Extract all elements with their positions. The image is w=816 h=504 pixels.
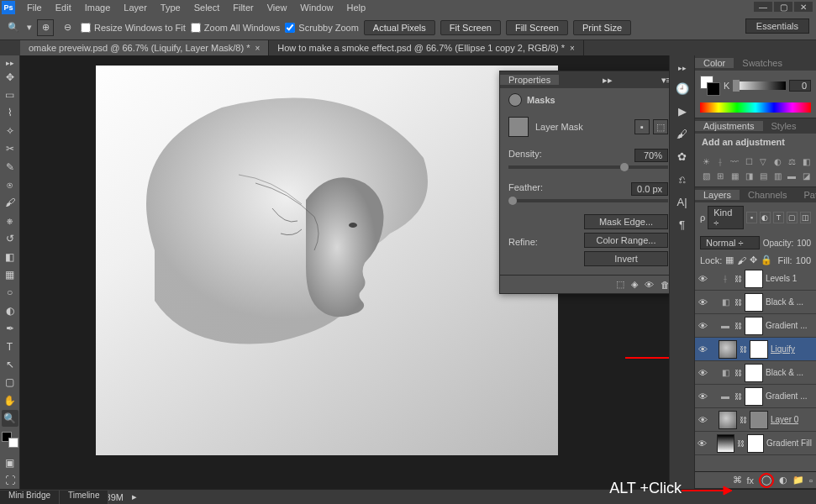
healing-tool[interactable]: ⍟ (2, 176, 18, 192)
layer-thumbnail[interactable] (719, 411, 737, 429)
feather-slider[interactable] (508, 199, 668, 202)
paths-tab[interactable]: Paths (796, 190, 816, 200)
adj-gradmap-icon[interactable]: ▬ (786, 170, 798, 181)
layer-name[interactable]: Liquify (771, 344, 795, 354)
mask-thumbnail[interactable] (750, 411, 768, 429)
adj-photo-icon[interactable]: ▧ (700, 170, 712, 181)
mask-thumbnail[interactable] (745, 387, 763, 406)
stamp-tool[interactable]: ⎈ (2, 213, 18, 228)
feather-value[interactable]: 0.0 px (631, 182, 668, 196)
tab-close-icon[interactable]: × (570, 44, 575, 53)
fill-value[interactable]: 100 (796, 255, 811, 265)
layer-row[interactable]: 👁◧⛓Black & ... (695, 291, 816, 314)
wand-tool[interactable]: ✧ (2, 123, 18, 139)
close-button[interactable]: ✕ (794, 2, 813, 12)
adj-invert-icon[interactable]: ◨ (743, 170, 755, 181)
lock-trans-icon[interactable]: ▦ (725, 255, 734, 265)
lock-all-icon[interactable]: 🔒 (761, 255, 772, 265)
path-tool[interactable]: ↖ (2, 356, 18, 372)
marquee-tool[interactable]: ▭ (2, 87, 18, 102)
brush-presets-icon[interactable]: ✿ (677, 150, 687, 163)
type-tool[interactable]: T (2, 339, 18, 354)
vector-mask-button[interactable]: ⬚ (653, 119, 668, 134)
density-value[interactable]: 70% (634, 149, 668, 162)
layer-thumbnail[interactable] (719, 340, 737, 359)
color-swatch-pair[interactable] (700, 76, 720, 96)
layer-name[interactable]: Black & ... (766, 368, 803, 377)
adj-levels-icon[interactable]: ⟊ (714, 155, 726, 167)
filter-shape-icon[interactable]: ▢ (787, 212, 798, 223)
document-tab[interactable]: How to make a smoke effect.psd @ 66.7% (… (269, 40, 584, 55)
adj-bw-icon[interactable]: ◧ (800, 155, 812, 167)
new-group-icon[interactable]: 📁 (792, 475, 804, 486)
visibility-toggle[interactable]: 👁 (697, 344, 708, 354)
toolbar-arrow-icon[interactable]: ▸▸ (6, 59, 14, 67)
filter-type-icon[interactable]: T (773, 212, 784, 223)
properties-tab[interactable]: Properties (500, 75, 559, 85)
lock-pos-icon[interactable]: ✥ (750, 255, 757, 265)
eyedropper-tool[interactable]: ✎ (2, 159, 18, 175)
adj-brightness-icon[interactable]: ☀ (700, 155, 712, 167)
mask-thumbnail[interactable] (745, 317, 763, 335)
link-icon[interactable]: ⛓ (734, 298, 742, 307)
disable-mask-icon[interactable]: 👁 (645, 280, 654, 290)
layer-name[interactable]: Black & ... (766, 297, 803, 307)
filter-adj-icon[interactable]: ◐ (760, 212, 771, 223)
link-icon[interactable]: ⛓ (734, 369, 742, 377)
link-icon[interactable]: ⛓ (734, 322, 742, 330)
menu-layer[interactable]: Layer (117, 3, 154, 13)
panel-menu-icon[interactable]: ▾≡ (656, 75, 669, 86)
maximize-button[interactable]: ▢ (774, 2, 792, 12)
timeline-tab[interactable]: Timeline (60, 491, 108, 504)
adj-poster-icon[interactable]: ▤ (757, 170, 769, 181)
menu-help[interactable]: Help (340, 3, 372, 13)
visibility-toggle[interactable]: 👁 (697, 274, 708, 284)
layer-row[interactable]: 👁⛓Layer 0 (695, 408, 816, 432)
move-tool[interactable]: ✥ (2, 69, 18, 85)
delete-mask-icon[interactable]: 🗑 (661, 280, 669, 290)
mask-edge-button[interactable]: Mask Edge... (584, 214, 668, 229)
layer-row[interactable]: 👁▬⛓Gradient ... (695, 385, 816, 408)
layer-name[interactable]: Levels 1 (766, 274, 797, 283)
para-panel-icon[interactable]: ¶ (679, 218, 685, 231)
apply-mask-icon[interactable]: ◈ (631, 279, 638, 290)
link-layers-icon[interactable]: ⌘ (733, 475, 742, 486)
adjustments-tab[interactable]: Adjustments (695, 121, 763, 131)
expand-panels-icon[interactable]: ▸▸ (678, 64, 687, 72)
adj-curves-icon[interactable]: 〰 (729, 155, 740, 167)
clone-panel-icon[interactable]: ⎌ (679, 173, 686, 186)
k-slider[interactable] (733, 81, 786, 90)
adj-thresh-icon[interactable]: ▥ (771, 170, 783, 181)
dodge-tool[interactable]: ◐ (2, 302, 18, 318)
filter-kind-select[interactable]: Kind ÷ (708, 206, 744, 229)
history-brush-tool[interactable]: ↺ (2, 231, 18, 247)
visibility-toggle[interactable]: 👁 (697, 391, 708, 402)
menu-view[interactable]: View (261, 3, 294, 13)
blur-tool[interactable]: ○ (2, 285, 18, 301)
adj-exposure-icon[interactable]: ☐ (743, 155, 755, 167)
opacity-value[interactable]: 100 (797, 239, 811, 248)
filter-smart-icon[interactable]: ◫ (800, 212, 811, 223)
color-spectrum[interactable] (700, 102, 811, 113)
scrubby-zoom-checkbox[interactable]: Scrubby Zoom (285, 23, 359, 33)
adj-lookup-icon[interactable]: ▦ (729, 170, 740, 181)
history-panel-icon[interactable]: 🕘 (676, 82, 689, 95)
lock-pixel-icon[interactable]: 🖌 (737, 255, 746, 265)
adj-colorbal-icon[interactable]: ⚖ (786, 155, 798, 167)
visibility-toggle[interactable]: 👁 (697, 321, 708, 331)
color-swatches[interactable] (2, 432, 18, 448)
layer-row[interactable]: 👁⛓Liquify (695, 338, 816, 361)
eraser-tool[interactable]: ◧ (2, 249, 18, 265)
layer-row[interactable]: 👁⛓Gradient Fill 3 (695, 432, 816, 455)
visibility-toggle[interactable]: 👁 (697, 438, 708, 449)
screenmode-toggle[interactable]: ⛶ (2, 473, 18, 489)
adj-vibrance-icon[interactable]: ▽ (757, 155, 769, 167)
actions-panel-icon[interactable]: ▶ (678, 105, 687, 118)
resize-windows-checkbox[interactable]: Resize Windows to Fit (81, 23, 186, 33)
print-size-button[interactable]: Print Size (573, 20, 631, 35)
zoom-out-icon[interactable]: ⊖ (59, 19, 76, 36)
status-menu-icon[interactable]: ▸ (132, 491, 137, 502)
visibility-toggle[interactable]: 👁 (697, 415, 708, 425)
styles-tab[interactable]: Styles (763, 121, 805, 131)
menu-type[interactable]: Type (154, 3, 187, 13)
